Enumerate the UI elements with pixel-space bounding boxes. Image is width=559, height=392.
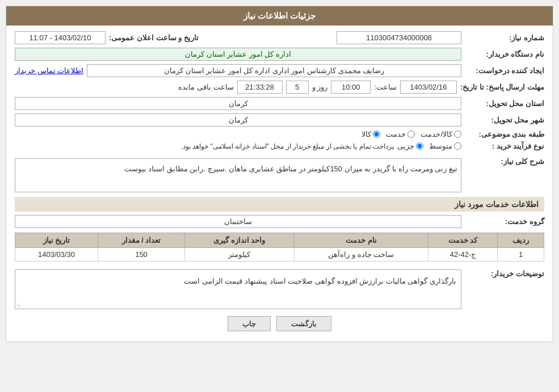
proc-partial-label: جزیی: [397, 142, 414, 150]
requester-label: نام دستگاه خریدار:: [465, 50, 544, 58]
service-group-label: گروه خدمت:: [465, 217, 544, 226]
col-unit: واحد اندازه گیری: [184, 233, 294, 248]
col-name: نام خدمت: [294, 233, 428, 248]
cell-code: ج-42-42: [428, 248, 497, 262]
process-note: پرداخت تمام یا بخشی از مبلغ خریدار از مح…: [181, 142, 394, 150]
creator-label: ایجاد کننده درخواست:: [465, 66, 544, 75]
print-button[interactable]: چاپ: [228, 316, 271, 331]
process-label: نوع فرآیند خرید :: [465, 142, 544, 150]
deadline-remaining-label: ساعت باقی مانده: [178, 83, 233, 91]
cell-qty: 150: [98, 248, 185, 262]
panel-title: جزئیات اطلاعات نیاز: [6, 6, 553, 26]
cat-service-label: خدمت: [386, 130, 406, 138]
services-table: ردیف کد خدمت نام خدمت واحد اندازه گیری ت…: [15, 233, 544, 262]
cat-service-option[interactable]: خدمت: [386, 130, 415, 138]
province-value: کرمان: [15, 97, 461, 110]
requester-value: اداره کل امور عشایر استان کرمان: [15, 48, 461, 61]
creator-value: رضایف محمدی کارشناس امور اداری اداره کل …: [87, 64, 461, 77]
cat-goods-service-radio[interactable]: [454, 130, 461, 138]
date-label: تاریخ و ساعت اعلان عمومی:: [109, 33, 199, 42]
cell-unit: کیلومتر: [184, 248, 294, 262]
cat-goods-service-option[interactable]: کالا/خدمت: [421, 130, 461, 138]
date-value: 1403/02/10 - 11:07: [15, 31, 106, 44]
buyer-desc-value: بارگذاری گواهی مالیات برارزش افزوده گواه…: [15, 269, 461, 309]
city-value: کرمان: [15, 113, 461, 127]
service-group-value: ساختمان: [15, 215, 461, 228]
col-qty: تعداد / مقدار: [98, 233, 185, 248]
buyer-desc-label: توضیحات خریدار:: [465, 267, 544, 278]
col-date: تاریخ نیاز: [15, 233, 98, 248]
contact-link[interactable]: اطلاعات تماس خریدار: [15, 66, 83, 75]
col-row: ردیف: [498, 233, 544, 248]
need-number-label: شماره نیاز:: [465, 33, 544, 42]
button-row: بازگشت چاپ: [15, 316, 544, 331]
province-label: استان محل تحویل:: [465, 99, 544, 108]
proc-partial-option[interactable]: جزیی: [397, 142, 423, 150]
proc-medium-radio[interactable]: [454, 142, 461, 150]
cell-date: 1403/03/30: [15, 248, 98, 262]
category-label: طبقه بندی موضوعی:: [465, 130, 544, 138]
city-label: شهر محل تحویل:: [465, 116, 544, 124]
description-label: شرح کلی نیاز:: [465, 155, 544, 166]
deadline-time-label: ساعت:: [374, 83, 397, 91]
need-number-value: 1103004734000008: [337, 31, 461, 44]
description-value: تیغ زنی ومرمت راه با گریدر به میزان 150ک…: [15, 158, 461, 192]
deadline-date: 1403/02/16: [400, 81, 457, 94]
proc-medium-label: متوسط: [429, 142, 452, 150]
proc-partial-radio[interactable]: [416, 142, 423, 150]
services-header: اطلاعات خدمات مورد نیاز: [15, 197, 544, 212]
table-row: 1 ج-42-42 ساخت جاده و راه‌آهن کیلومتر 15…: [15, 248, 544, 262]
cat-service-radio[interactable]: [407, 130, 415, 138]
cat-goods-radio[interactable]: [373, 130, 380, 138]
deadline-day: 5: [286, 81, 309, 94]
deadline-day-label: روز و: [312, 83, 328, 91]
proc-medium-option[interactable]: متوسط: [429, 142, 461, 150]
cat-goods-label: کالا: [362, 130, 371, 138]
col-code: کد خدمت: [428, 233, 497, 248]
cell-row: 1: [498, 248, 544, 262]
resize-handle: ↘: [16, 302, 20, 308]
deadline-label: مهلت ارسال پاسخ: تا تاریخ:: [460, 83, 544, 91]
cat-goods-service-label: کالا/خدمت: [421, 130, 452, 138]
back-button[interactable]: بازگشت: [276, 316, 331, 331]
deadline-remaining: 21:33:28: [237, 81, 283, 94]
cat-goods-option[interactable]: کالا: [362, 130, 380, 138]
deadline-time: 10:00: [331, 81, 371, 94]
cell-name: ساخت جاده و راه‌آهن: [294, 248, 428, 262]
